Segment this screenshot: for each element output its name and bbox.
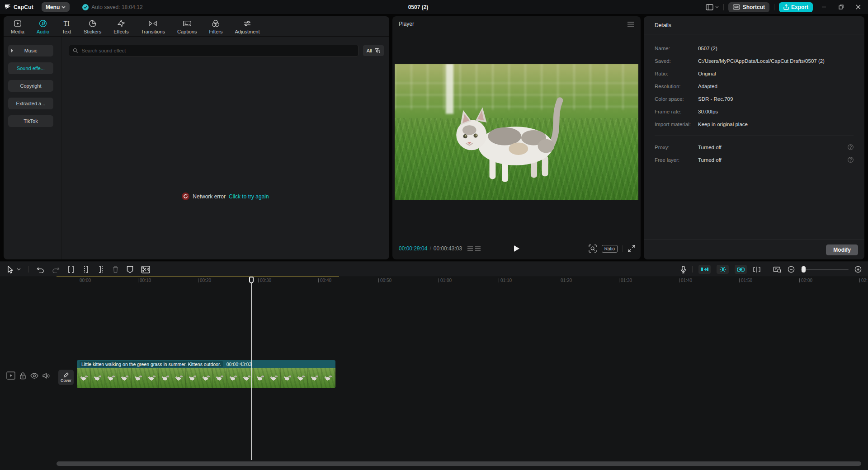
sidebar-item[interactable]: TikTok bbox=[8, 115, 53, 127]
video-preview[interactable] bbox=[395, 64, 638, 200]
eye-icon[interactable] bbox=[30, 373, 38, 379]
tab-label: Stickers bbox=[84, 29, 101, 34]
horizontal-scrollbar[interactable] bbox=[57, 461, 861, 466]
divider bbox=[774, 4, 774, 10]
sidebar-item[interactable]: Copyright bbox=[8, 80, 53, 92]
record-voiceover-button[interactable] bbox=[680, 266, 686, 273]
delete-button[interactable] bbox=[112, 266, 119, 273]
close-button[interactable] bbox=[852, 0, 864, 14]
modify-button[interactable]: Modify bbox=[826, 244, 858, 255]
logo-text: CapCut bbox=[14, 4, 33, 10]
divider bbox=[28, 266, 29, 273]
retry-error-icon bbox=[182, 193, 189, 200]
main-track-magnet-toggle[interactable] bbox=[698, 265, 711, 274]
extract-audio-button[interactable] bbox=[141, 266, 150, 273]
play-button[interactable] bbox=[514, 245, 520, 252]
auto-snap-toggle[interactable] bbox=[717, 265, 729, 274]
divider bbox=[655, 136, 854, 136]
audio-icon bbox=[38, 19, 47, 28]
tab-filters[interactable]: Filters bbox=[209, 19, 222, 34]
help-icon[interactable] bbox=[848, 144, 854, 150]
keyboard-icon bbox=[733, 5, 740, 9]
track-controls bbox=[6, 371, 50, 380]
sidebar-item-label: Copyright bbox=[20, 83, 41, 89]
sidebar-item[interactable]: Music bbox=[8, 45, 53, 56]
details-title: Details bbox=[644, 16, 864, 34]
export-icon bbox=[783, 4, 789, 10]
help-icon[interactable] bbox=[848, 157, 854, 163]
retry-link[interactable]: Click to try again bbox=[229, 193, 269, 200]
minimize-button[interactable] bbox=[817, 0, 830, 14]
zoom-in-button[interactable] bbox=[854, 266, 862, 273]
tab-adjustment[interactable]: Adjustment bbox=[235, 19, 259, 34]
tab-stickers[interactable]: Stickers bbox=[84, 19, 101, 34]
layout-switch-button[interactable] bbox=[706, 4, 719, 10]
timeline-view-button[interactable] bbox=[773, 266, 782, 273]
filters-icon bbox=[211, 19, 220, 28]
text-icon: TI bbox=[61, 19, 71, 28]
player-controls: 00:00:29:04 / 00:00:43:03 Ratio bbox=[392, 243, 641, 254]
undo-button[interactable] bbox=[37, 266, 44, 273]
zoom-out-button[interactable] bbox=[788, 266, 795, 273]
captions-icon bbox=[182, 19, 192, 28]
close-icon bbox=[856, 5, 861, 9]
tab-captions[interactable]: Captions bbox=[177, 19, 197, 34]
tab-effects[interactable]: Effects bbox=[113, 19, 128, 34]
detail-value: 0507 (2) bbox=[698, 45, 717, 52]
details-row: Resolution: Adapted bbox=[655, 83, 854, 89]
detail-value: Original bbox=[698, 70, 716, 77]
playhead[interactable] bbox=[251, 277, 252, 460]
details-row: Name: 0507 (2) bbox=[655, 45, 854, 52]
lock-icon[interactable] bbox=[19, 372, 26, 380]
menu-label: Menu bbox=[46, 4, 60, 10]
split-button[interactable] bbox=[67, 266, 75, 273]
clip-header: Little kitten walking on the green grass… bbox=[77, 360, 335, 368]
link-toggle[interactable] bbox=[735, 265, 747, 274]
sidebar-item-label: Sound effe... bbox=[17, 66, 45, 71]
details-panel: Details Name: 0507 (2) Saved: C:/Users/M… bbox=[644, 16, 864, 259]
tab-label: Adjustment bbox=[235, 29, 259, 34]
ruler-tick-label: 00:30 bbox=[260, 278, 271, 283]
ruler-tick-label: 01:50 bbox=[741, 278, 752, 283]
menu-button[interactable]: Menu bbox=[42, 2, 70, 12]
timeline-ruler[interactable]: 00:00 00:10 00:20 00:30 00:40 00:50 01:0… bbox=[57, 277, 868, 288]
mark-button[interactable] bbox=[127, 266, 133, 273]
player-menu-icon[interactable] bbox=[627, 22, 634, 27]
tab-text[interactable]: TIText bbox=[61, 19, 71, 34]
kitten-image bbox=[434, 96, 590, 186]
preview-axis-button[interactable] bbox=[753, 267, 761, 273]
ruler-tick-label: 00:20 bbox=[200, 278, 211, 283]
details-row: Import material: Keep in original place bbox=[655, 121, 854, 127]
cover-button[interactable]: Cover bbox=[58, 370, 74, 385]
search-bar[interactable] bbox=[69, 45, 359, 56]
player-panel: Player bbox=[392, 16, 641, 259]
redo-button[interactable] bbox=[52, 266, 60, 273]
select-tool-button[interactable] bbox=[7, 266, 21, 273]
audio-sidebar: Music Sound effe... Copyright Extracted … bbox=[4, 37, 61, 259]
search-input[interactable] bbox=[81, 47, 354, 54]
filter-button[interactable]: All bbox=[363, 45, 384, 56]
speaker-icon[interactable] bbox=[42, 372, 50, 379]
fullscreen-icon[interactable] bbox=[628, 245, 635, 252]
divider bbox=[692, 266, 693, 273]
video-clip[interactable]: Little kitten walking on the green grass… bbox=[77, 360, 335, 388]
sidebar-item[interactable]: Sound effe... bbox=[8, 62, 53, 74]
tab-media[interactable]: Media bbox=[11, 19, 24, 34]
layout-icon bbox=[706, 4, 713, 10]
shortcut-button[interactable]: Shortcut bbox=[728, 2, 769, 12]
tab-audio[interactable]: Audio bbox=[37, 19, 49, 34]
maximize-button[interactable] bbox=[835, 0, 847, 14]
delete-left-button[interactable] bbox=[82, 266, 90, 273]
export-button[interactable]: Export bbox=[779, 2, 813, 12]
divider bbox=[623, 245, 623, 252]
tab-transitions[interactable]: Transitions bbox=[141, 19, 165, 34]
timeline-zoom-slider[interactable] bbox=[801, 269, 849, 270]
tab-label: Effects bbox=[113, 29, 128, 34]
delete-right-button[interactable] bbox=[97, 266, 104, 273]
snapshot-icon[interactable] bbox=[589, 244, 597, 253]
playhead-handle[interactable] bbox=[249, 277, 254, 283]
tab-label: Transitions bbox=[141, 29, 165, 34]
ratio-button[interactable]: Ratio bbox=[602, 245, 618, 253]
sidebar-item[interactable]: Extracted a... bbox=[8, 98, 53, 109]
zoom-slider-handle[interactable] bbox=[802, 266, 806, 273]
